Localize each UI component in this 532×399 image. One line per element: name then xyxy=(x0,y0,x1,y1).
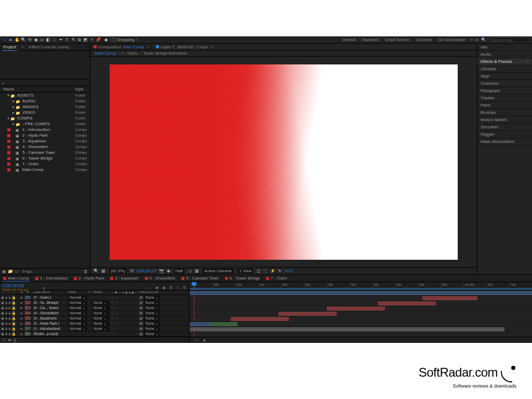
pickwhip-icon[interactable]: @ xyxy=(139,332,143,336)
panel-header[interactable]: Character xyxy=(477,80,532,87)
tab-project[interactable]: Project xyxy=(2,44,17,51)
layer-name[interactable]: [6 - To...Bridge] xyxy=(34,301,68,304)
pan-behind-icon[interactable]: ◧ xyxy=(46,37,51,43)
solo-icon[interactable]: ● xyxy=(8,316,10,321)
track-area[interactable] xyxy=(190,290,532,337)
interpret-icon[interactable]: ▣ xyxy=(2,269,6,274)
shape-tool-icon[interactable]: □ xyxy=(52,37,57,43)
timecode-display[interactable]: 0;00;04;17 xyxy=(137,269,156,273)
layer-bar[interactable] xyxy=(190,322,210,326)
tree-row[interactable]: Main Comp Comps xyxy=(0,167,90,172)
layer-name[interactable]: [1 - Introduction] xyxy=(34,327,68,330)
tree-row[interactable]: ▾ COMPS Folder xyxy=(0,115,90,121)
3d-icon[interactable]: ⬚ xyxy=(263,269,268,273)
layer-name[interactable]: [3 - Aquarium] xyxy=(34,316,68,320)
audio-icon[interactable]: ● xyxy=(5,322,7,326)
panel-header[interactable]: Smoother xyxy=(477,124,532,131)
tree-row[interactable]: ▸ IMAGES Folder xyxy=(0,104,90,110)
time-ruler[interactable]: :00s05s10s15s20s25s30s35s40s45s50s55s01:… xyxy=(190,282,532,290)
timeline-tab[interactable]: 2 - Hyde Park xyxy=(71,275,107,282)
viewer-canvas-area[interactable] xyxy=(90,57,477,267)
disclosure-icon[interactable]: ▸ xyxy=(21,311,25,315)
workspace-tab[interactable]: Default xyxy=(339,36,358,43)
layer-switches[interactable]: ⬚⟋ xyxy=(110,332,139,336)
project-tree[interactable]: ▾ ASSETS Folder ▸ AUDIO Folder ▸ IMAGES … xyxy=(0,92,90,268)
zoom-bar[interactable]: ─○ ▲ xyxy=(190,337,532,343)
panel-header[interactable]: Mask Interpolation xyxy=(477,138,532,145)
graph-icon[interactable]: ☰ xyxy=(168,286,174,290)
home-icon[interactable]: ⌂ xyxy=(2,37,7,43)
draft3d-icon[interactable]: ⬚ xyxy=(175,286,180,290)
parent-dropdown[interactable]: None ⌄ xyxy=(144,332,160,336)
selection-tool-icon[interactable]: ▶ xyxy=(8,37,14,43)
roi-icon[interactable]: ▭ xyxy=(188,269,192,273)
work-area-bar[interactable] xyxy=(190,288,532,290)
track-row[interactable] xyxy=(190,290,532,296)
eye-icon[interactable]: ◉ xyxy=(1,306,4,310)
layer-bar[interactable] xyxy=(231,317,289,321)
lock-icon[interactable]: 🔒 xyxy=(11,301,16,305)
trash-icon[interactable]: 🗑 xyxy=(84,269,88,274)
col-name[interactable]: Name xyxy=(3,87,74,91)
col-layer-name[interactable]: Layer Name xyxy=(32,290,69,295)
pickwhip-icon[interactable]: @ xyxy=(139,316,143,320)
disclosure-icon[interactable]: ▸ xyxy=(21,301,25,305)
layer-name[interactable]: [5 - Ca... Town] xyxy=(34,306,68,310)
track-row[interactable] xyxy=(190,306,532,311)
camera-tool-icon[interactable]: ▭ xyxy=(39,37,45,43)
pickwhip-icon[interactable]: @ xyxy=(139,327,143,330)
toggle-icon[interactable]: ⇄ xyxy=(8,338,11,342)
visibility-toggles[interactable]: ◉●●🔒 xyxy=(0,301,21,305)
tree-row[interactable]: 7 - Outro Comps xyxy=(0,161,90,167)
switch-icon[interactable]: ⚙ xyxy=(182,286,187,290)
pickwhip-icon[interactable]: @ xyxy=(139,322,143,325)
layer-color-swatch[interactable] xyxy=(25,316,29,320)
blend-mode-dropdown[interactable]: Normal ⌄ xyxy=(68,327,87,331)
layer-row[interactable]: ◉●●🔒 ▸ 1 [7 - Outro ] Normal ⌄ ⬚⟋ @None … xyxy=(0,295,189,300)
solo-icon[interactable]: ● xyxy=(8,322,10,326)
new-comp-icon[interactable]: ▭ xyxy=(15,269,19,274)
layer-row[interactable]: ◉●●🔒 ▸ 7 [1 - Introduction] Normal ⌄ Non… xyxy=(0,326,189,331)
audio-icon[interactable]: ● xyxy=(5,327,7,331)
exposure-value[interactable]: +0.0 xyxy=(284,269,292,273)
toggle-switches-icon[interactable]: ⬀ xyxy=(2,338,6,342)
viewer-tab[interactable]: Composition Main Comp ≡ xyxy=(90,44,153,50)
trkmat-dropdown[interactable]: None ⌄ xyxy=(92,327,110,331)
blend-mode-dropdown[interactable]: Normal ⌄ xyxy=(68,311,87,315)
layer-row[interactable]: ◉●●🔒 ▸ 5 [3 - Aquarium] Normal ⌄ None ⌄ … xyxy=(0,316,189,321)
visibility-toggles[interactable]: ◉●●🔒 xyxy=(0,316,21,321)
tree-row[interactable]: ▾ ASSETS Folder xyxy=(0,92,90,98)
tree-row[interactable]: ▸ AUDIO Folder xyxy=(0,98,90,104)
visibility-toggles[interactable]: ◉●●🔒 xyxy=(0,332,21,336)
pickwhip-icon[interactable]: @ xyxy=(139,306,143,310)
parent-dropdown[interactable]: None ⌄ xyxy=(144,327,160,331)
visibility-toggles[interactable]: ◉●●🔒 xyxy=(0,327,21,331)
layer-switches[interactable]: ⬚⟋ xyxy=(110,327,139,331)
eye-icon[interactable]: ◉ xyxy=(1,296,4,300)
eraser-tool-icon[interactable]: ◩ xyxy=(83,37,88,43)
track-row[interactable] xyxy=(190,301,532,306)
current-time-indicator[interactable] xyxy=(194,282,194,290)
parent-dropdown[interactable]: None ⌄ xyxy=(144,296,160,300)
pickwhip-icon[interactable]: @ xyxy=(139,311,143,315)
lock-icon[interactable]: 🔒 xyxy=(11,311,16,315)
brush-tool-icon[interactable]: ✎ xyxy=(71,37,76,43)
eye-icon[interactable]: ◉ xyxy=(1,332,4,336)
lock-icon[interactable]: 🔒 xyxy=(11,306,16,310)
audio-icon[interactable]: ● xyxy=(5,316,7,321)
disclosure-icon[interactable]: ▸ xyxy=(21,322,25,326)
checkbox-icon[interactable] xyxy=(112,38,115,42)
workspace-tab[interactable]: Libraries xyxy=(413,36,435,43)
layer-bar[interactable] xyxy=(327,307,385,311)
workspace-tab[interactable]: GD workspace xyxy=(435,36,468,43)
lock-icon[interactable]: 🔒 xyxy=(11,327,16,331)
solo-icon[interactable]: ● xyxy=(8,301,10,305)
panel-header[interactable]: Libraries xyxy=(477,65,532,73)
timeline-tab[interactable]: 3 - Aquarium xyxy=(107,275,141,282)
layer-color-swatch[interactable] xyxy=(25,311,29,315)
layer-color-swatch[interactable] xyxy=(25,296,29,299)
panel-header[interactable]: Align xyxy=(477,73,532,80)
grid-icon[interactable]: ▦ xyxy=(101,269,105,273)
col-mode[interactable]: Mode xyxy=(69,290,88,295)
layer-switches[interactable]: ⬚⟋ xyxy=(110,311,139,315)
